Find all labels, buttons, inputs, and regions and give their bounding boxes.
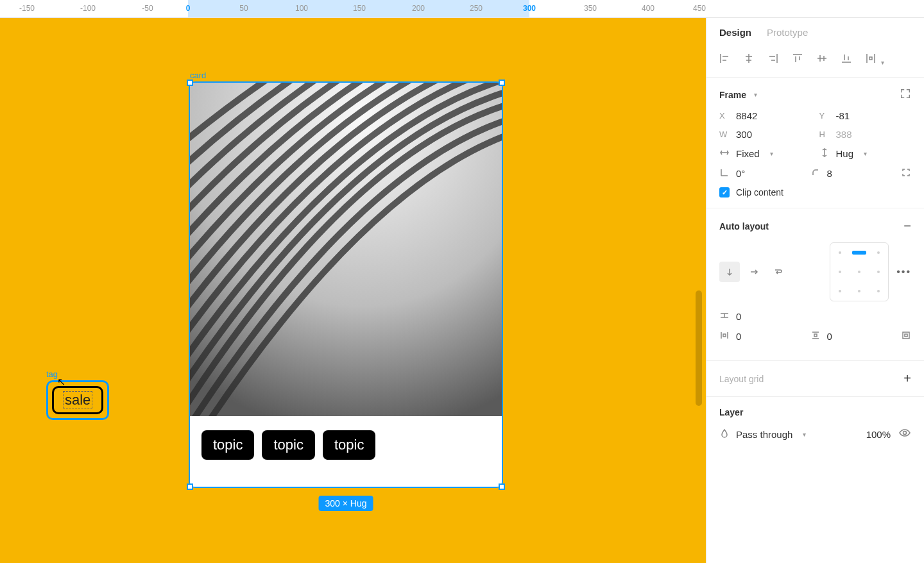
frame-label-card: card [190,71,503,80]
topic-tag[interactable]: topic [201,430,254,460]
design-panel: Design Prototype ▾ Frame ▾ X8842 Y- [706,18,924,563]
align-vcenter-icon[interactable] [816,52,828,67]
padding-v-field[interactable]: 0 [810,330,894,342]
y-field[interactable]: Y-81 [819,110,912,121]
layout-grid-section: Layout grid + [706,361,924,397]
w-field[interactable]: W300 [719,129,812,140]
gap-icon [719,310,730,323]
align-bottom-icon[interactable] [840,52,853,67]
resize-handle-br[interactable] [499,483,505,490]
align-left-icon[interactable] [718,52,731,67]
size-badge: 300 × Hug [319,496,373,511]
frame-label-tag: tag [46,369,109,379]
ruler-tick: 300 [523,4,536,13]
vertical-scrollbar[interactable] [696,290,702,406]
alignment-tools: ▾ [706,47,924,78]
card-body: topic topic topic [190,416,502,487]
chevron-down-icon[interactable]: ▾ [754,91,757,98]
tab-prototype[interactable]: Prototype [767,27,808,38]
clip-content-label: Clip content [736,187,783,197]
cursor-icon: ↖ [57,376,65,388]
auto-layout-title: Auto layout [719,221,769,231]
horizontal-ruler[interactable]: -150-100-50050100150200250300350400450 [0,0,924,18]
tab-design[interactable]: Design [719,27,751,38]
ruler-tick: 450 [693,4,706,13]
ruler-tick: 200 [412,4,425,13]
frame-section: Frame ▾ X8842 Y-81 W300 H388 Fixed▾ [706,78,924,208]
add-icon[interactable]: + [903,371,911,386]
remove-icon[interactable]: − [903,219,911,233]
corner-radius-icon [810,167,821,180]
independent-corners-icon[interactable] [901,167,911,180]
tag-selection[interactable]: ↖ sale [46,380,109,420]
clip-content-checkbox[interactable]: ✓ Clip content [719,187,911,197]
align-right-icon[interactable] [767,52,780,67]
direction-wrap-button[interactable] [768,262,789,282]
vertical-resize-icon [819,147,830,160]
w-mode-field[interactable]: Fixed▾ [719,147,812,160]
h-field[interactable]: H388 [819,129,912,140]
blend-mode-field[interactable]: Pass through▾ [719,428,859,441]
visibility-icon[interactable] [898,426,911,442]
independent-padding-icon[interactable] [901,330,911,342]
angle-icon [719,167,730,180]
checkbox-checked-icon: ✓ [719,187,730,197]
ruler-tick: 250 [470,4,483,13]
card-selection[interactable]: topic topic topic 300 × Hug [189,81,503,488]
direction-vertical-button[interactable] [719,262,740,282]
align-hcenter-icon[interactable] [742,52,755,67]
tag-text[interactable]: sale [63,391,92,408]
padding-horizontal-icon [719,330,730,342]
ruler-tick: -50 [142,4,153,13]
layer-title: Layer [719,407,743,417]
card-image [190,83,502,416]
layer-section: Layer Pass through▾ 100% [706,397,924,460]
ruler-tick: 50 [239,4,248,13]
padding-h-field[interactable]: 0 [719,330,803,342]
horizontal-resize-icon [719,147,730,160]
ruler-tick: -100 [80,4,96,13]
card-frame[interactable]: card [189,71,503,488]
alignment-grid[interactable] [830,242,889,301]
auto-layout-section: Auto layout − ••• 0 [706,208,924,361]
x-field[interactable]: X8842 [719,110,812,121]
layout-grid-title: Layout grid [719,374,764,384]
resize-handle-bl[interactable] [187,483,193,490]
padding-vertical-icon [810,330,821,342]
ruler-tick: 100 [295,4,308,13]
direction-horizontal-button[interactable] [744,262,764,282]
radius-field[interactable]: 8 [810,167,894,180]
canvas[interactable]: card [0,18,706,563]
distribute-icon[interactable]: ▾ [864,52,884,67]
fit-icon[interactable] [900,88,911,101]
more-options-icon[interactable]: ••• [896,266,911,278]
opacity-field[interactable]: 100% [866,429,891,440]
gap-field[interactable]: 0 [719,310,911,323]
ruler-tick: 400 [642,4,654,13]
topic-tag[interactable]: topic [262,430,314,460]
h-mode-field[interactable]: Hug▾ [819,147,912,160]
ruler-tick: 150 [353,4,366,13]
tag-frame[interactable]: tag ↖ sale [46,369,109,420]
blend-icon [719,428,730,441]
ruler-tick: -150 [19,4,35,13]
ruler-tick: 350 [584,4,597,13]
rotation-field[interactable]: 0° [719,167,803,180]
topic-tag[interactable]: topic [323,430,375,460]
resize-handle-tr[interactable] [499,80,505,86]
ruler-tick: 0 [186,4,191,13]
resize-handle-tl[interactable] [187,80,193,86]
svg-point-1 [903,432,907,435]
panel-tabs: Design Prototype [706,18,924,47]
frame-section-title[interactable]: Frame [719,90,746,100]
align-top-icon[interactable] [791,52,804,67]
